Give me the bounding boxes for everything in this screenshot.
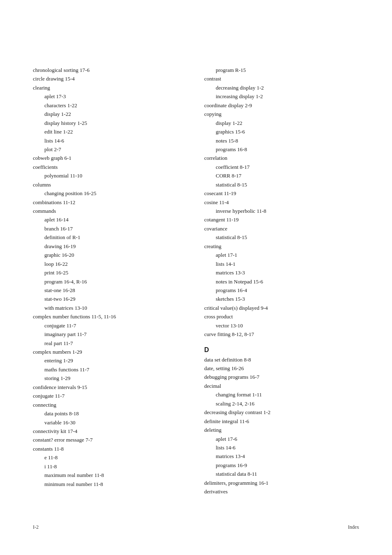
index-subterm: CORR 8-17: [204, 171, 359, 180]
index-subterm: decreasing display 1-2: [204, 83, 359, 92]
index-term: decreasing display contrast 1-2: [204, 408, 359, 417]
index-term: cosecant 11-19: [204, 189, 359, 198]
footer-left: I-2: [33, 524, 39, 530]
index-subterm: programs 16-9: [204, 461, 359, 470]
index-subterm: changing position 16-25: [33, 189, 188, 198]
index-subterm: minimum real number 11-8: [33, 480, 188, 488]
index-subterm: changing format 1-11: [204, 390, 359, 399]
index-term: connectivity kit 17-4: [33, 427, 188, 435]
index-subterm: drawing 16-19: [33, 242, 188, 251]
index-subterm: variable 16-30: [33, 418, 188, 427]
index-term: curve fitting 8-12, 8-17: [204, 330, 359, 339]
index-term: copying: [204, 110, 359, 118]
index-subterm: imaginary part 11-7: [33, 330, 188, 339]
index-subterm: aplet 17-6: [204, 435, 359, 443]
index-subterm: statistical 8-15: [204, 180, 359, 189]
index-subterm: program R-15: [204, 66, 359, 74]
index-subterm: plot 2-7: [33, 145, 188, 154]
index-subterm: statistical data 8-11: [204, 470, 359, 478]
index-term: connecting: [33, 401, 188, 409]
index-subterm: lists 14-6: [33, 136, 188, 145]
index-subterm: scaling 2-14, 2-16: [204, 399, 359, 408]
index-subterm: stat-one 16-28: [33, 286, 188, 295]
index-subterm: matrices 13-4: [204, 452, 359, 461]
index-subterm: entering 1-29: [33, 356, 188, 365]
index-subterm: characters 1-22: [33, 101, 188, 110]
index-subterm: display 1-22: [204, 119, 359, 127]
index-subterm: print 16-25: [33, 268, 188, 277]
index-subterm: lists 14-1: [204, 260, 359, 268]
index-subterm: increasing display 1-2: [204, 92, 359, 101]
index-subterm: maximum real number 11-8: [33, 471, 188, 479]
index-subterm: inverse hyperbolic 11-8: [204, 207, 359, 215]
index-term: complex numbers 1-29: [33, 348, 188, 356]
content-area: chronological sorting 17-6circle drawing…: [33, 66, 359, 496]
index-term: cross product: [204, 312, 359, 321]
index-subterm: coefficient 8-17: [204, 163, 359, 171]
index-subterm: lists 14-6: [204, 443, 359, 452]
left-column: chronological sorting 17-6circle drawing…: [33, 66, 188, 496]
index-subterm: display 1-22: [33, 110, 188, 118]
index-term: circle drawing 15-4: [33, 74, 188, 83]
right-column: program R-15contrastdecreasing display 1…: [204, 66, 359, 496]
index-term: confidence intervals 9-15: [33, 383, 188, 391]
index-term: deleting: [204, 426, 359, 434]
section-header: D: [204, 346, 359, 354]
page: chronological sorting 17-6circle drawing…: [0, 0, 392, 555]
index-term: covariance: [204, 224, 359, 233]
index-term: commands: [33, 207, 188, 215]
index-term: coefficients: [33, 163, 188, 171]
index-subterm: loop 16-22: [33, 260, 188, 268]
index-subterm: programs 16-8: [204, 145, 359, 154]
index-term: correlation: [204, 154, 359, 162]
index-subterm: storing 1-29: [33, 374, 188, 382]
index-term: constants 11-8: [33, 444, 188, 453]
index-term: date, setting 16-26: [204, 364, 359, 373]
index-term: derivatives: [204, 487, 359, 496]
index-term: complex number functions 11-5, 11-16: [33, 312, 188, 321]
index-subterm: maths functions 11-7: [33, 365, 188, 374]
index-subterm: sketches 15-3: [204, 295, 359, 303]
index-subterm: programs 16-4: [204, 286, 359, 295]
index-term: definite integral 11-6: [204, 417, 359, 426]
index-term: cobweb graph 6-1: [33, 154, 188, 162]
index-term: coordinate display 2-9: [204, 101, 359, 110]
index-term: creating: [204, 242, 359, 251]
index-subterm: notes in Notepad 15-6: [204, 277, 359, 286]
index-subterm: conjugate 11-7: [33, 321, 188, 330]
index-term: delimiters, programming 16-1: [204, 479, 359, 487]
index-term: combinations 11-12: [33, 198, 188, 207]
index-subterm: aplet 17-3: [33, 92, 188, 101]
index-subterm: program 16-4, R-16: [33, 277, 188, 286]
index-subterm: aplet 17-1: [204, 251, 359, 259]
index-subterm: display history 1-25: [33, 119, 188, 127]
index-term: contrast: [204, 74, 359, 83]
index-subterm: edit line 1-22: [33, 127, 188, 136]
index-term: critical value(s) displayed 9-4: [204, 304, 359, 312]
index-term: constant? error message 7-7: [33, 435, 188, 444]
index-term: chronological sorting 17-6: [33, 66, 188, 74]
footer-right: Index: [348, 524, 359, 530]
index-subterm: polynomial 11-10: [33, 171, 188, 180]
index-term: cotangent 11-19: [204, 215, 359, 224]
index-term: data set definition 8-8: [204, 355, 359, 364]
index-subterm: stat-two 16-29: [33, 295, 188, 303]
index-subterm: aplet 16-14: [33, 215, 188, 224]
index-subterm: data points 8-18: [33, 409, 188, 418]
index-term: clearing: [33, 83, 188, 92]
index-subterm: definition of R-1: [33, 233, 188, 242]
index-term: cosine 11-4: [204, 198, 359, 207]
index-subterm: branch 16-17: [33, 224, 188, 233]
index-subterm: statistical 8-15: [204, 233, 359, 242]
index-subterm: e 11-8: [33, 453, 188, 462]
index-subterm: graphic 16-20: [33, 251, 188, 259]
index-term: columns: [33, 180, 188, 189]
index-subterm: vector 13-10: [204, 321, 359, 330]
index-subterm: matrices 13-3: [204, 268, 359, 277]
index-term: conjugate 11-7: [33, 391, 188, 400]
index-term: decimal: [204, 382, 359, 390]
index-subterm: with matrices 13-10: [33, 304, 188, 312]
index-subterm: i 11-8: [33, 462, 188, 471]
index-subterm: graphics 15-6: [204, 127, 359, 136]
index-subterm: real part 11-7: [33, 339, 188, 348]
